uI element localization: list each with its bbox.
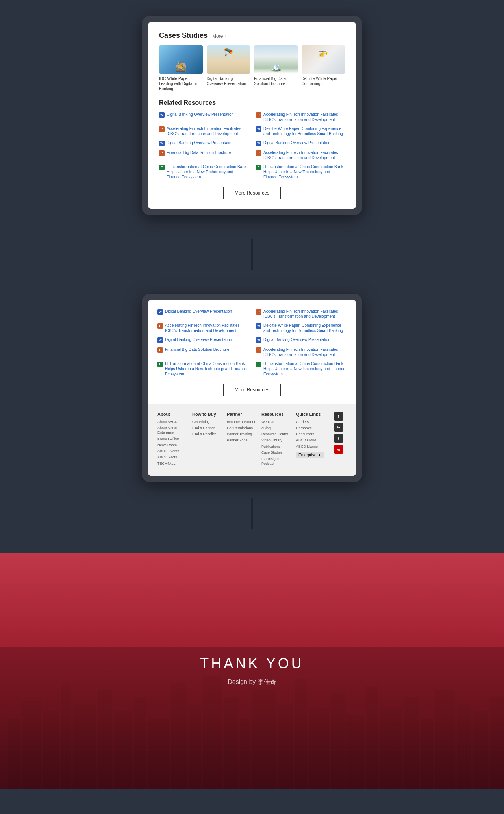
footer-link-news[interactable]: News Room — [158, 443, 189, 448]
top-section: Cases Studies More + IDC-White Paper: Le… — [0, 0, 504, 239]
case-card-2[interactable]: Digital Banking Overview Presentation — [207, 45, 250, 91]
thankyou-text-block: THANK YOU Design by 李佳奇 — [200, 655, 304, 686]
word-icon-6: W — [256, 141, 261, 146]
cases-studies-title: Cases Studies — [159, 32, 208, 40]
footer-link-publications[interactable]: Publications — [261, 445, 293, 449]
svg-rect-2 — [22, 701, 41, 789]
footer-link-resource-center[interactable]: Resource Center — [261, 432, 293, 437]
cases-header: Cases Studies More + — [159, 32, 345, 40]
resource-item-1[interactable]: W Digital Banking Overview Presentation — [159, 111, 248, 123]
footer-link-cloud[interactable]: ABCD Cloud — [296, 438, 328, 443]
bottom-tablet-frame: W Digital Banking Overview Presentation … — [142, 294, 362, 482]
ppt-icon-8: P — [256, 150, 261, 156]
linkedin-icon[interactable]: in — [334, 423, 343, 432]
b-resource-item-4[interactable]: W Deloitte White Paper: Combining Experi… — [256, 322, 346, 334]
case-img-drone — [302, 45, 345, 74]
footer-grid: About About ABCD About ABCD Enterprise B… — [158, 412, 346, 468]
footer-link-case-studies[interactable]: Case Studies — [261, 451, 293, 455]
footer-link-partner-training[interactable]: Partner Training — [227, 432, 258, 437]
footer-section: About About ABCD About ABCD Enterprise B… — [148, 404, 356, 476]
b-resource-item-5[interactable]: W Digital Banking Overview Presentation — [158, 336, 248, 344]
svg-rect-14 — [240, 718, 250, 789]
resource-item-10[interactable]: E IT Transformation at China Constructio… — [256, 163, 345, 180]
b-word-icon-1: W — [158, 309, 163, 315]
resource-text-8: Accelerating FinTech Innovation Facilita… — [263, 150, 345, 160]
resource-item-5[interactable]: W Digital Banking Overview Presentation — [159, 139, 248, 147]
footer-link-permissions[interactable]: Get Permissions — [227, 426, 258, 431]
case-card-1[interactable]: IDC-White Paper: Leading with Digital in… — [159, 45, 203, 91]
footer-link-marine[interactable]: ABCD Marine — [296, 445, 328, 449]
cases-more-link[interactable]: More + — [212, 33, 227, 39]
word-icon-4: W — [256, 126, 261, 132]
ppt-icon-2: P — [256, 112, 261, 118]
svg-rect-1 — [8, 718, 20, 789]
case-label-2: Digital Banking Overview Presentation — [207, 76, 250, 86]
footer-partner-title: Partner — [227, 412, 258, 417]
resource-text-6: Digital Banking Overview Presentation — [263, 140, 330, 145]
footer-link-consumers[interactable]: Consumers — [296, 432, 328, 437]
b-resource-item-8[interactable]: P Accelerating FinTech Innovation Facili… — [256, 346, 346, 358]
footer-link-about-enterprise[interactable]: About ABCD Enterprise — [158, 426, 189, 435]
youtube-icon[interactable]: yt — [334, 445, 343, 454]
svg-rect-11 — [189, 704, 201, 789]
dark-spacer — [0, 529, 504, 553]
related-resources-title: Related Resources — [159, 99, 345, 106]
resource-item-7[interactable]: P Financial Big Data Solution Brochure — [159, 149, 248, 161]
resource-item-2[interactable]: P Accelerating FinTech Innovation Facili… — [256, 111, 345, 123]
b-resource-item-7[interactable]: P Financial Big Data Solution Brochure — [158, 346, 248, 358]
footer-link-find-partner[interactable]: Find a Partner — [192, 426, 224, 431]
resource-item-9[interactable]: E IT Transformation at China Constructio… — [159, 163, 248, 180]
footer-link-webinar[interactable]: Webinar — [261, 420, 293, 425]
footer-link-events[interactable]: ABCD Events — [158, 449, 189, 454]
more-resources-button-top[interactable]: More Resources — [223, 187, 281, 199]
footer-link-carriers[interactable]: Carriers — [296, 420, 328, 425]
enterprise-scroll-btn[interactable]: Enterprise ▲ — [296, 452, 324, 458]
excel-icon-9: E — [159, 165, 165, 170]
b-word-icon-5: W — [158, 337, 163, 343]
resources-grid-top: W Digital Banking Overview Presentation … — [159, 111, 345, 180]
b-resource-item-9[interactable]: E IT Transformation at China Constructio… — [158, 360, 248, 377]
footer-link-corporate[interactable]: Corporate — [296, 426, 328, 431]
b-resource-text-4: Deloitte White Paper: Combining Experien… — [263, 323, 346, 333]
svg-rect-23 — [404, 697, 419, 789]
svg-rect-17 — [295, 679, 307, 789]
twitter-icon[interactable]: t — [334, 434, 343, 443]
footer-link-pricing[interactable]: Get Pricing — [192, 420, 224, 425]
footer-link-about-abcd[interactable]: About ABCD — [158, 420, 189, 425]
more-resources-button-bottom[interactable]: More Resources — [223, 384, 281, 396]
b-resource-item-3[interactable]: P Accelerating FinTech Innovation Facili… — [158, 322, 248, 334]
case-card-3[interactable]: Financial Big Data Solution Brochure — [254, 45, 298, 91]
footer-link-partner-zone[interactable]: Partner Zone — [227, 438, 258, 443]
svg-rect-8 — [134, 697, 146, 789]
resource-item-4[interactable]: W Deloitte White Paper: Combining Experi… — [256, 125, 345, 137]
resource-text-5: Digital Banking Overview Presentation — [167, 140, 233, 145]
case-card-4[interactable]: Deloitte White Paper: Combining ... — [302, 45, 345, 91]
footer-link-facts[interactable]: ABCD Facts — [158, 455, 189, 460]
resource-text-4: Deloitte White Paper: Combining Experien… — [263, 126, 345, 136]
connector-line-1 — [251, 239, 253, 270]
b-resource-item-6[interactable]: W Digital Banking Overview Presentation — [256, 336, 346, 344]
footer-quicklinks-title: Quick Links — [296, 412, 328, 417]
case-label-4: Deloitte White Paper: Combining ... — [302, 76, 345, 86]
b-resource-item-10[interactable]: E IT Transformation at China Constructio… — [256, 360, 346, 377]
case-label-1: IDC-White Paper: Leading with Digital in… — [159, 76, 203, 91]
social-icons-col: f in t yt — [331, 412, 346, 468]
footer-col-partner: Partner Become a Partner Get Permissions… — [227, 412, 258, 468]
footer-link-video[interactable]: Video Library — [261, 438, 293, 443]
footer-link-find-reseller[interactable]: Find a Reseller — [192, 432, 224, 437]
resource-item-8[interactable]: P Accelerating FinTech Innovation Facili… — [256, 149, 345, 161]
b-resource-text-6: Digital Banking Overview Presentation — [263, 337, 330, 342]
footer-link-become-partner[interactable]: Become a Partner — [227, 420, 258, 425]
footer-link-branch[interactable]: Branch Office — [158, 437, 189, 441]
resource-item-6[interactable]: W Digital Banking Overview Presentation — [256, 139, 345, 147]
facebook-icon[interactable]: f — [334, 412, 343, 421]
b-ppt-icon-8: P — [256, 347, 261, 353]
thankyou-heading: THANK YOU — [200, 655, 304, 672]
b-resource-item-1[interactable]: W Digital Banking Overview Presentation — [158, 308, 248, 320]
footer-link-eblog[interactable]: eBlog — [261, 426, 293, 431]
b-resource-item-2[interactable]: P Accelerating FinTech Innovation Facili… — [256, 308, 346, 320]
ppt-icon-7: P — [159, 150, 165, 156]
footer-link-ict[interactable]: ICT Insights Podcast — [261, 457, 293, 466]
resource-item-3[interactable]: P Accelerating FinTech Innovation Facili… — [159, 125, 248, 137]
footer-link-tech4all[interactable]: TECH4ALL — [158, 462, 189, 466]
